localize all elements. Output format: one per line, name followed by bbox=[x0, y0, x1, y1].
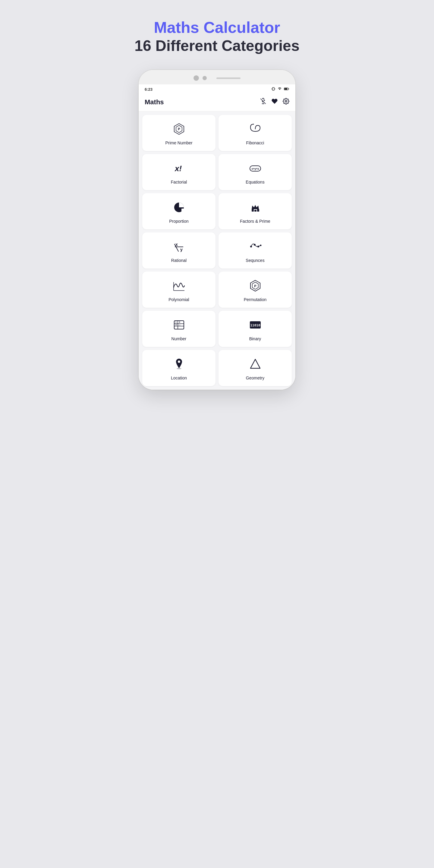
page-header: Maths Calculator 16 Different Categories bbox=[134, 18, 299, 55]
prime-number-label: Prime Number bbox=[165, 141, 192, 145]
svg-rect-16 bbox=[257, 209, 259, 212]
svg-point-8 bbox=[253, 124, 254, 125]
svg-rect-15 bbox=[254, 210, 256, 212]
svg-text:1: 1 bbox=[176, 321, 177, 323]
phone-top-bar bbox=[138, 70, 296, 84]
grid-item-prime-number[interactable]: P Prime Number bbox=[142, 115, 216, 151]
vibrate-icon bbox=[271, 87, 276, 92]
factorial-label: Factorial bbox=[171, 180, 187, 184]
equations-icon: x+y=z bbox=[249, 161, 262, 177]
app-bar-icons bbox=[260, 98, 289, 106]
equations-label: Equations bbox=[246, 180, 264, 184]
svg-text:---: --- bbox=[179, 324, 181, 326]
svg-text:y: y bbox=[180, 247, 183, 252]
app-bar: Maths bbox=[138, 94, 296, 111]
svg-point-6 bbox=[285, 101, 287, 102]
mute-icon[interactable] bbox=[260, 98, 267, 106]
geometry-icon bbox=[249, 358, 262, 373]
grid-item-number[interactable]: 1 2 3 --- Number bbox=[142, 311, 216, 347]
wifi-icon bbox=[277, 87, 282, 92]
grid-item-binary[interactable]: 11010 Binary bbox=[218, 311, 292, 347]
factors-prime-icon bbox=[249, 201, 262, 216]
grid-item-factors-prime[interactable]: Factors & Prime bbox=[218, 193, 292, 229]
status-icons bbox=[271, 87, 289, 92]
fibonacci-label: Fibonacci bbox=[246, 141, 264, 145]
battery-icon bbox=[284, 87, 289, 92]
settings-icon[interactable] bbox=[283, 98, 289, 106]
number-label: Number bbox=[172, 336, 187, 341]
rational-icon: x y bbox=[173, 240, 186, 255]
svg-point-39 bbox=[178, 361, 180, 363]
heart-icon[interactable] bbox=[271, 98, 278, 106]
phone-camera bbox=[193, 75, 199, 81]
status-time: 6:23 bbox=[145, 87, 153, 92]
grid-item-fibonacci[interactable]: Fibonacci bbox=[218, 115, 292, 151]
svg-point-25 bbox=[260, 245, 261, 246]
binary-icon: 11010 bbox=[249, 318, 262, 333]
svg-text:P: P bbox=[254, 284, 256, 288]
svg-text:11010: 11010 bbox=[250, 323, 260, 327]
grid-item-rational[interactable]: x y Rational bbox=[142, 232, 216, 269]
grid-item-location[interactable]: Location bbox=[142, 350, 216, 386]
grid-item-proportion[interactable]: Proportion bbox=[142, 193, 216, 229]
phone-speaker-dot bbox=[203, 76, 207, 80]
phone-speaker-bar bbox=[216, 78, 241, 79]
polynomial-icon bbox=[173, 279, 186, 294]
page-title-sub: 16 Different Categories bbox=[134, 37, 299, 55]
rational-label: Rational bbox=[171, 258, 187, 263]
svg-rect-0 bbox=[273, 88, 274, 90]
proportion-icon bbox=[173, 201, 186, 216]
sequences-label: Sequnces bbox=[246, 258, 264, 263]
grid-item-permutation[interactable]: P Permutation bbox=[218, 272, 292, 308]
svg-rect-4 bbox=[288, 88, 289, 90]
grid-container: P Prime Number Fibonacci x! Factorial bbox=[138, 111, 296, 390]
grid-item-equations[interactable]: x+y=z Equations bbox=[218, 154, 292, 190]
svg-rect-13 bbox=[181, 209, 184, 212]
binary-label: Binary bbox=[249, 336, 261, 341]
svg-text:3: 3 bbox=[176, 324, 177, 326]
fibonacci-icon bbox=[249, 122, 262, 137]
svg-text:x+y=z: x+y=z bbox=[251, 167, 259, 170]
svg-text:2: 2 bbox=[179, 321, 180, 323]
permutation-label: Permutation bbox=[244, 297, 267, 302]
number-icon: 1 2 3 --- bbox=[173, 318, 186, 333]
factors-prime-label: Factors & Prime bbox=[240, 219, 270, 224]
prime-number-icon: P bbox=[173, 122, 186, 137]
sequences-icon bbox=[249, 240, 262, 255]
svg-text:x!: x! bbox=[174, 164, 182, 173]
svg-text:P: P bbox=[178, 127, 180, 131]
svg-rect-14 bbox=[252, 209, 254, 212]
grid-item-geometry[interactable]: Geometry bbox=[218, 350, 292, 386]
svg-rect-5 bbox=[284, 88, 287, 90]
permutation-icon: P bbox=[249, 279, 262, 294]
location-icon bbox=[173, 358, 186, 373]
svg-point-40 bbox=[177, 368, 181, 369]
app-title: Maths bbox=[145, 98, 164, 106]
location-label: Location bbox=[171, 375, 187, 380]
geometry-label: Geometry bbox=[246, 375, 264, 380]
grid-item-polynomial[interactable]: Polynomial bbox=[142, 272, 216, 308]
factorial-icon: x! bbox=[173, 161, 186, 177]
proportion-label: Proportion bbox=[169, 219, 189, 224]
phone-frame: 6:23 bbox=[138, 70, 296, 390]
grid-item-factorial[interactable]: x! Factorial bbox=[142, 154, 216, 190]
page-title-main: Maths Calculator bbox=[134, 18, 299, 37]
polynomial-label: Polynomial bbox=[168, 297, 189, 302]
status-bar: 6:23 bbox=[138, 84, 296, 94]
grid-item-sequences[interactable]: Sequnces bbox=[218, 232, 292, 269]
